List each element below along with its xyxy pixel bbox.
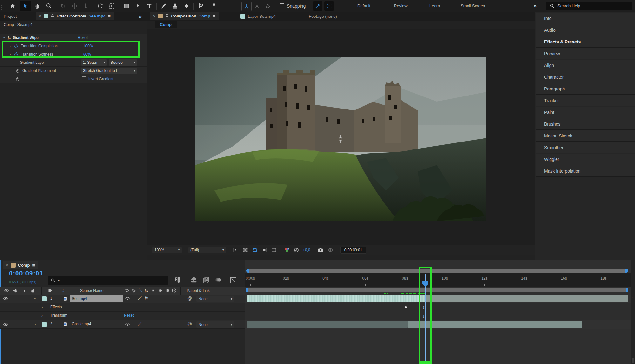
layer-bar-sea-tail[interactable] — [425, 295, 628, 302]
pen-tool-icon[interactable] — [132, 1, 144, 11]
parent-pickwhip-icon[interactable]: @ — [187, 321, 192, 327]
sidebar-item-effects-presets[interactable]: Effects & Presets≡ — [536, 36, 635, 48]
tab-composition[interactable]: × Composition Comp ≡ — [150, 12, 219, 20]
composition-viewport[interactable] — [147, 29, 535, 245]
magnification-dropdown[interactable]: 100%▾ — [152, 247, 182, 253]
tab-footage[interactable]: Footage (none) — [309, 12, 337, 20]
panel-menu-icon[interactable]: ≡ — [624, 39, 626, 44]
effects-group-label[interactable]: Effects — [50, 305, 62, 309]
keyframe-dot[interactable] — [405, 306, 407, 308]
clone-stamp-tool-icon[interactable] — [169, 1, 181, 11]
unlock-icon[interactable] — [51, 14, 55, 18]
roto-brush-tool-icon[interactable] — [195, 1, 206, 11]
property-value[interactable]: 66% — [83, 52, 91, 56]
panel-menu-icon[interactable]: ≡ — [108, 13, 111, 19]
chevron-right-icon[interactable]: › — [41, 313, 43, 318]
close-icon[interactable]: × — [6, 263, 8, 268]
layer-row-castle[interactable]: › 2 Castle.mp4 ／ @ None▾ — [0, 320, 245, 329]
motion-blur-icon[interactable] — [215, 276, 222, 283]
workspace-small-screen[interactable]: Small Screen — [461, 0, 485, 12]
guides-icon[interactable] — [271, 247, 277, 253]
effect-header-row[interactable]: › fx Gradient Wipe Reset — [0, 34, 147, 42]
transition-completion-row[interactable]: › Transition Completion 100% — [0, 42, 147, 50]
work-area-start-handle[interactable] — [246, 288, 248, 292]
snapping-checkbox[interactable] — [280, 3, 284, 8]
stopwatch-icon[interactable] — [15, 68, 20, 73]
zoom-tool-icon[interactable] — [43, 1, 55, 11]
work-area-end-handle[interactable] — [626, 288, 628, 292]
resolution-dropdown[interactable]: (Full)▾ — [188, 247, 226, 253]
parent-link-column-header[interactable]: Parent & Link — [187, 288, 210, 293]
gradient-layer-row[interactable]: Gradient Layer 1. Sea.n▾ Source▾ — [0, 58, 147, 67]
dolly-camera-tool-icon[interactable] — [80, 1, 91, 11]
sidebar-item-align[interactable]: Align — [536, 60, 635, 71]
selection-tool-icon[interactable] — [20, 1, 31, 11]
invert-gradient-row[interactable]: Invert Gradient — [0, 75, 147, 83]
camera-tool-icon[interactable] — [106, 1, 118, 11]
sidebar-item-brushes[interactable]: Brushes — [536, 118, 635, 130]
layer-visibility-eye-icon[interactable] — [3, 322, 8, 327]
current-timecode[interactable]: 0:00:09:01 — [9, 269, 43, 277]
orbit-camera-tool-icon[interactable] — [57, 1, 69, 11]
exposure-icon[interactable] — [293, 247, 300, 253]
sidebar-item-tracker[interactable]: Tracker — [536, 95, 635, 106]
sidebar-item-character[interactable]: Character — [536, 71, 635, 83]
layer-bar-castle-active[interactable] — [408, 321, 582, 328]
parent-dropdown[interactable]: None▾ — [196, 321, 234, 328]
shy-switch-icon[interactable] — [125, 322, 130, 327]
gradient-placement-dropdown[interactable]: Stretch Gradient to l▾ — [81, 68, 137, 74]
draft-3d-icon[interactable] — [190, 276, 198, 283]
property-value[interactable]: 100% — [83, 44, 93, 48]
transparency-grid-icon[interactable] — [242, 247, 248, 253]
fast-previews-icon[interactable] — [233, 247, 239, 253]
time-navigator-bar[interactable] — [246, 269, 628, 273]
local-axis-mode-icon[interactable] — [241, 2, 252, 11]
puppet-pin-tool-icon[interactable] — [208, 1, 220, 11]
time-ruler[interactable]: 0:00s 02s 04s 06s 08s 10s 12s 14s 16s 18… — [245, 273, 631, 287]
view-axis-mode-icon[interactable] — [263, 2, 273, 10]
gradient-layer-dropdown[interactable]: 1. Sea.n▾ — [81, 59, 107, 66]
sidebar-item-wiggler[interactable]: Wiggler — [536, 154, 635, 165]
gradient-placement-row[interactable]: Gradient Placement Stretch Gradient to l… — [0, 67, 147, 75]
viewer-subtab-comp[interactable]: Comp — [155, 21, 177, 28]
sidebar-item-preview[interactable]: Preview — [536, 48, 635, 59]
navigator-end-handle[interactable] — [625, 269, 628, 273]
snapshot-camera-icon[interactable] — [317, 247, 324, 253]
layer-bar-sea-active[interactable] — [247, 295, 425, 302]
expand-layer-icon[interactable]: › — [33, 298, 37, 299]
graph-editor-icon[interactable] — [229, 276, 237, 284]
source-name-column-header[interactable]: Source Name — [80, 288, 103, 293]
tab-effect-controls[interactable]: × Effect Controls Sea.mp4 ≡ — [36, 12, 114, 20]
transform-reset-link[interactable]: Reset — [124, 313, 134, 318]
vertical-scrollbar[interactable] — [632, 358, 634, 363]
pan-camera-tool-icon[interactable] — [69, 1, 80, 11]
sidebar-item-motion-sketch[interactable]: Motion Sketch — [536, 130, 635, 142]
panel-overflow-icon[interactable]: » — [139, 12, 142, 20]
sidebar-item-audio[interactable]: Audio — [536, 24, 635, 36]
region-of-interest-icon[interactable] — [261, 247, 267, 253]
quality-switch-icon[interactable]: ／ — [138, 321, 142, 327]
layer-label-chip[interactable] — [42, 296, 47, 301]
preview-timecode[interactable]: 0:00:09:01 — [340, 247, 367, 254]
frame-blending-icon[interactable] — [203, 276, 210, 284]
rotation-tool-icon[interactable] — [95, 1, 106, 11]
composition-mini-flowchart-icon[interactable] — [174, 276, 181, 283]
tab-layer[interactable]: Layer Sea.mp4 — [240, 12, 276, 20]
timeline-search-input[interactable]: ▾ — [48, 276, 168, 285]
exposure-value[interactable]: +0,0 — [303, 248, 310, 252]
navigator-start-handle[interactable] — [246, 269, 249, 273]
transform-group-label[interactable]: Transform — [50, 313, 67, 318]
chevron-right-icon[interactable]: › — [41, 305, 43, 309]
unlock-icon[interactable] — [165, 14, 169, 18]
layer-name[interactable]: Castle.mp4 — [72, 322, 91, 326]
invert-gradient-checkbox[interactable] — [82, 76, 86, 81]
timeline-tab-comp[interactable]: × Comp ≡ — [3, 261, 38, 269]
chevron-right-icon[interactable]: › — [10, 43, 11, 48]
workspace-review[interactable]: Review — [394, 0, 408, 12]
sidebar-item-paint[interactable]: Paint — [536, 107, 635, 118]
chevron-down-icon[interactable]: › — [2, 37, 7, 38]
shy-switch-icon[interactable] — [125, 296, 130, 301]
hand-tool-icon[interactable] — [32, 1, 43, 11]
wave-toggle-icon[interactable]: ≈ — [632, 295, 633, 299]
brush-tool-icon[interactable] — [158, 1, 169, 11]
